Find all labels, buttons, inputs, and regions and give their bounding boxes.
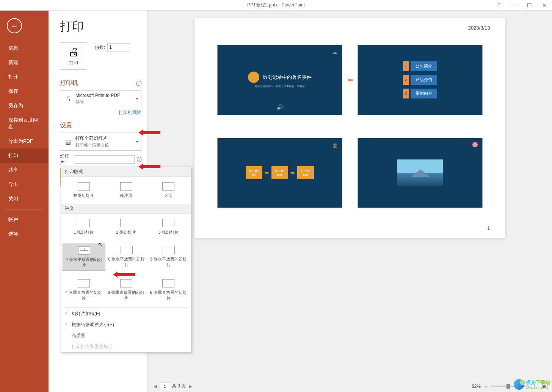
sidebar-item-open[interactable]: 打开: [0, 70, 49, 84]
layout-popup: 打印版式 整页幻灯片 备注页 大纲 讲义 1 张幻灯片 2 张幻灯片 3 张幻灯…: [61, 167, 191, 353]
option-frame-slides[interactable]: 幻灯片加框(F): [61, 308, 191, 319]
slide-thumb-3: ▦ 第一步:xxx ➡ 第二步:xxx ➡ 第三步:xxx: [217, 138, 342, 208]
layout-option-outline[interactable]: 大纲: [147, 180, 190, 201]
sidebar-item-save[interactable]: 保存: [0, 84, 49, 98]
chevron-down-icon: ▾: [136, 140, 138, 144]
slide-image: [397, 159, 443, 186]
sidebar-item-options[interactable]: 选项: [0, 227, 49, 241]
decoration-icon: ☁: [332, 49, 337, 55]
slide-thumb-4: [358, 138, 483, 208]
next-page-button[interactable]: ▶: [187, 383, 193, 389]
sidebar-item-print[interactable]: 打印: [0, 148, 49, 163]
sidebar-item-close[interactable]: 关闭: [0, 192, 49, 206]
printer-properties-link[interactable]: 打印机属性: [60, 109, 141, 116]
layout-option-4h[interactable]: 4 张水平放置的幻灯片: [63, 244, 105, 271]
copies-input[interactable]: [107, 43, 130, 52]
sound-icon: 🔊: [276, 104, 283, 110]
slide-thumb-2: ⬅ 1公司简介 2产品介绍 3举例内容: [358, 45, 483, 115]
help-button[interactable]: ?: [491, 0, 507, 11]
info-icon[interactable]: i: [136, 81, 141, 86]
zoom-out-button[interactable]: −: [483, 383, 489, 389]
backstage-sidebar: ← 信息 新建 打开 保存 另存为 保存到百度网盘 导出为PDF 打印 共享 导…: [0, 11, 49, 392]
slides-range-input[interactable]: [74, 155, 135, 164]
sidebar-item-exportpdf[interactable]: 导出为PDF: [0, 134, 49, 148]
slide-icon: [248, 72, 259, 83]
info-icon[interactable]: i: [137, 157, 141, 162]
layout-option-full[interactable]: 整页幻灯片: [63, 180, 105, 201]
layout-option-4v[interactable]: 4 张垂直放置的幻灯片: [63, 277, 105, 303]
page-input[interactable]: [160, 383, 170, 390]
layout-option-9v[interactable]: 9 张垂直放置的幻灯片: [147, 277, 190, 303]
option-print-comments: 打印批注和墨迹标记: [61, 341, 191, 352]
arrow-right-icon: ➡: [290, 170, 295, 176]
print-button[interactable]: 🖨 打印: [60, 42, 87, 70]
slides-icon: ▤: [63, 137, 72, 146]
copies-label: 份数:: [95, 44, 105, 51]
sidebar-item-export[interactable]: 导出: [0, 177, 49, 192]
decoration-icon: ▦: [332, 142, 337, 148]
layout-option-2[interactable]: 2 张幻灯片: [105, 217, 147, 237]
printer-status: 就绪: [75, 99, 133, 105]
settings-section-title: 设置: [60, 122, 141, 130]
minimize-button[interactable]: —: [507, 0, 522, 11]
layout-option-6v[interactable]: 6 张垂直放置的幻灯片: [105, 277, 147, 303]
close-button[interactable]: ✕: [537, 0, 552, 11]
slide-thumb-1: ☁ 历史记录中的著名事件 一句话总结该事件，或关于该事件的一句名言。 🔊: [217, 45, 342, 115]
print-range-dropdown[interactable]: ▤ 打印全部幻灯片 打印整个演示文稿 ▾: [60, 133, 141, 151]
printer-icon: 🖨: [68, 46, 79, 58]
window-title: PPT教程2.pptx - PowerPoint: [247, 2, 305, 8]
preview-date: 2023/3/13: [468, 25, 490, 31]
titlebar: PPT教程2.pptx - PowerPoint ? — ☐ ✕: [0, 0, 552, 11]
option-high-quality[interactable]: 高质量: [61, 330, 191, 341]
arrow-right-icon: ➡: [265, 170, 269, 176]
preview-scroll[interactable]: 2023/3/13 1 ☁ 历史记录中的著名事件 一句话总结该事件，或关于该事件…: [147, 11, 552, 380]
back-arrow-icon: ←: [11, 22, 18, 30]
slides-range-label: 幻灯片:: [60, 153, 72, 166]
option-scale-paper[interactable]: 根据纸张调整大小(S): [61, 319, 191, 330]
layout-option-notes[interactable]: 备注页: [105, 180, 147, 201]
watermark-logo-icon: [514, 379, 524, 390]
window-controls: ? — ☐ ✕: [491, 0, 552, 11]
layout-option-9h[interactable]: 9 张水平放置的幻灯片: [147, 244, 190, 271]
sidebar-item-account[interactable]: 帐户: [0, 212, 49, 227]
watermark: 极光下载站 www.xz7.com: [514, 379, 550, 390]
popup-section-handout: 讲义: [61, 204, 191, 214]
printer-status-icon: 🖨: [63, 94, 72, 103]
preview-page-number: 1: [487, 225, 490, 231]
sidebar-item-baidu[interactable]: 保存到百度网盘: [0, 113, 49, 134]
layout-option-3[interactable]: 3 张幻灯片: [147, 217, 190, 237]
page-total: 共 3 页: [172, 383, 186, 389]
sidebar-item-new[interactable]: 新建: [0, 55, 49, 70]
maximize-button[interactable]: ☐: [522, 0, 537, 11]
zoom-percent: 82%: [472, 384, 481, 389]
sidebar-separator: [6, 209, 43, 209]
preview-footer: ◀ 共 3 页 ▶ 82% − + ▣: [147, 380, 552, 392]
back-button[interactable]: ←: [7, 18, 22, 33]
sidebar-item-saveas[interactable]: 另存为: [0, 98, 49, 113]
popup-section-layout: 打印版式: [61, 167, 191, 177]
print-button-label: 打印: [69, 60, 78, 66]
print-preview-area: 2023/3/13 1 ☁ 历史记录中的著名事件 一句话总结该事件，或关于该事件…: [147, 11, 552, 392]
page-title: 打印: [60, 18, 141, 35]
prev-page-button[interactable]: ◀: [152, 383, 158, 389]
layout-option-6h[interactable]: 6 张水平放置的幻灯片: [105, 244, 147, 271]
dot-icon: [472, 142, 478, 147]
sidebar-item-info[interactable]: 信息: [0, 41, 49, 55]
chevron-down-icon: ▾: [136, 97, 138, 101]
layout-option-1[interactable]: 1 张幻灯片: [63, 217, 105, 237]
arrow-left-icon: ⬅: [347, 76, 353, 84]
preview-page: 2023/3/13 1 ☁ 历史记录中的著名事件 一句话总结该事件，或关于该事件…: [194, 18, 505, 238]
sidebar-item-share[interactable]: 共享: [0, 163, 49, 177]
printer-name: Microsoft Print to PDF: [75, 93, 133, 98]
printer-dropdown[interactable]: 🖨 Microsoft Print to PDF 就绪 ▾: [60, 90, 141, 107]
printer-section-title: 打印机 i: [60, 79, 141, 87]
